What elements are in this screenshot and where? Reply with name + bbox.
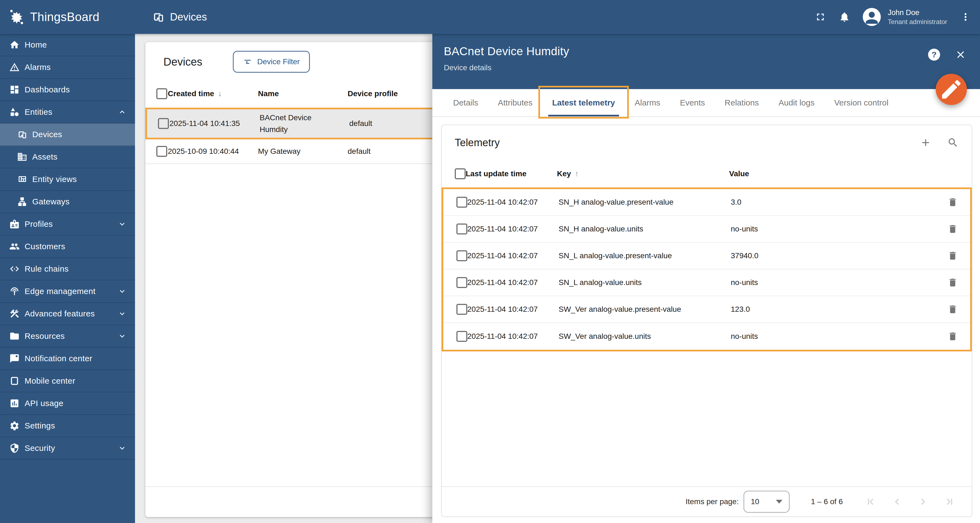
tab-audit-logs[interactable]: Audit logs bbox=[769, 89, 824, 116]
row-checkbox[interactable] bbox=[158, 118, 169, 129]
page-size-select[interactable]: 10 bbox=[744, 491, 789, 513]
delete-telemetry-button[interactable] bbox=[948, 304, 958, 315]
sidebar-item-label: Alarms bbox=[25, 63, 51, 72]
telemetry-row[interactable]: 2025-11-04 10:42:07SN_H analog-value.uni… bbox=[443, 216, 970, 243]
row-checkbox[interactable] bbox=[156, 146, 167, 157]
column-key[interactable]: Key↑ bbox=[557, 169, 729, 178]
drawer-header: BACnet Device Humdity Device details ? bbox=[432, 34, 980, 89]
tab-alarms[interactable]: Alarms bbox=[625, 89, 670, 116]
close-icon[interactable] bbox=[955, 49, 966, 60]
sidebar-item-entity-views[interactable]: Entity views bbox=[0, 169, 135, 191]
sidebar-item-edge-management[interactable]: Edge management bbox=[0, 280, 135, 303]
first-page-icon[interactable] bbox=[865, 496, 877, 508]
telemetry-table-header: Last update time Key↑ Value bbox=[442, 160, 972, 188]
pagination-range: 1 – 6 of 6 bbox=[811, 497, 843, 506]
tab-details[interactable]: Details bbox=[443, 89, 488, 116]
cell-key: SN_L analog-value.units bbox=[558, 278, 731, 287]
delete-telemetry-button[interactable] bbox=[948, 197, 958, 207]
column-last-update-time[interactable]: Last update time bbox=[466, 169, 557, 178]
cell-value: 3.0 bbox=[731, 198, 935, 207]
delete-telemetry-button[interactable] bbox=[948, 277, 958, 288]
kebab-menu-icon[interactable] bbox=[960, 11, 971, 23]
sidebar-item-assets[interactable]: Assets bbox=[0, 146, 135, 169]
delete-telemetry-button[interactable] bbox=[948, 224, 958, 234]
column-name[interactable]: Name bbox=[258, 88, 348, 99]
sort-desc-icon: ↓ bbox=[218, 89, 222, 98]
sidebar-item-profiles[interactable]: Profiles bbox=[0, 213, 135, 235]
select-all-checkbox[interactable] bbox=[156, 88, 167, 99]
avatar[interactable] bbox=[863, 8, 881, 26]
fullscreen-icon[interactable] bbox=[815, 11, 826, 23]
row-checkbox[interactable] bbox=[457, 304, 467, 315]
tab-relations[interactable]: Relations bbox=[715, 89, 769, 116]
trash-icon bbox=[948, 197, 958, 207]
trash-icon bbox=[948, 251, 958, 261]
sidebar-item-rule-chains[interactable]: Rule chains bbox=[0, 258, 135, 280]
sidebar-item-label: Settings bbox=[25, 421, 55, 430]
sidebar-item-api-usage[interactable]: API usage bbox=[0, 393, 135, 415]
sidebar-item-label: Dashboards bbox=[25, 85, 70, 94]
sidebar-item-alarms[interactable]: Alarms bbox=[0, 56, 135, 79]
tab-label: Audit logs bbox=[779, 98, 815, 107]
sidebar-item-settings[interactable]: Settings bbox=[0, 415, 135, 437]
user-info[interactable]: John Doe Tenant administrator bbox=[888, 8, 947, 26]
sidebar-item-dashboards[interactable]: Dashboards bbox=[0, 79, 135, 101]
telemetry-row[interactable]: 2025-11-04 10:42:07SW_Ver analog-value.u… bbox=[443, 323, 970, 350]
notifications-bell-icon[interactable] bbox=[839, 11, 850, 23]
profiles-badge-icon bbox=[9, 219, 20, 229]
sidebar-item-gateways[interactable]: Gateways bbox=[0, 191, 135, 213]
column-value[interactable]: Value bbox=[729, 169, 937, 178]
cell-name: My Gateway bbox=[258, 145, 348, 157]
sidebar-item-devices[interactable]: Devices bbox=[0, 124, 135, 146]
cell-last-update-time: 2025-11-04 10:42:07 bbox=[467, 305, 558, 314]
sidebar-item-label: Security bbox=[25, 444, 55, 453]
row-checkbox[interactable] bbox=[457, 197, 467, 208]
tab-version-control[interactable]: Version control bbox=[824, 89, 898, 116]
sidebar-item-advanced-features[interactable]: Advanced features bbox=[0, 303, 135, 325]
delete-telemetry-button[interactable] bbox=[948, 331, 958, 342]
telemetry-card: Telemetry Last update time Key↑ Value 20… bbox=[441, 125, 972, 517]
sidebar-item-notification-center[interactable]: Notification center bbox=[0, 348, 135, 370]
search-icon[interactable] bbox=[947, 137, 959, 148]
tab-attributes[interactable]: Attributes bbox=[488, 89, 542, 116]
sidebar-item-mobile-center[interactable]: Mobile center bbox=[0, 370, 135, 393]
telemetry-row[interactable]: 2025-11-04 10:42:07SN_L analog-value.pre… bbox=[443, 243, 970, 269]
device-filter-label: Device Filter bbox=[257, 57, 300, 66]
row-checkbox[interactable] bbox=[457, 224, 467, 234]
sidebar-item-customers[interactable]: Customers bbox=[0, 235, 135, 258]
mobile-icon bbox=[9, 376, 20, 386]
tab-label: Relations bbox=[725, 98, 759, 107]
cell-value: 37940.0 bbox=[731, 251, 935, 260]
sidebar-item-security[interactable]: Security bbox=[0, 437, 135, 459]
telemetry-row[interactable]: 2025-11-04 10:42:07SN_L analog-value.uni… bbox=[443, 269, 970, 296]
sidebar-item-home[interactable]: Home bbox=[0, 34, 135, 56]
select-all-telemetry-checkbox[interactable] bbox=[455, 169, 466, 179]
previous-page-icon[interactable] bbox=[891, 496, 903, 508]
cell-last-update-time: 2025-11-04 10:42:07 bbox=[467, 278, 558, 287]
sidebar-item-entities[interactable]: Entities bbox=[0, 101, 135, 124]
sidebar-item-resources[interactable]: Resources bbox=[0, 325, 135, 348]
entity-views-icon bbox=[17, 174, 27, 184]
drawer-subtitle: Device details bbox=[444, 64, 980, 72]
add-telemetry-icon[interactable] bbox=[920, 137, 931, 148]
delete-telemetry-button[interactable] bbox=[948, 251, 958, 261]
help-icon[interactable]: ? bbox=[928, 49, 940, 60]
row-checkbox[interactable] bbox=[457, 331, 467, 342]
brand[interactable]: ThingsBoard bbox=[8, 8, 130, 25]
trash-icon bbox=[948, 304, 958, 315]
tab-latest-telemetry[interactable]: Latest telemetry bbox=[542, 89, 625, 116]
tab-label: Version control bbox=[834, 98, 888, 107]
sidebar-item-label: Advanced features bbox=[25, 309, 95, 318]
edit-fab-button[interactable] bbox=[936, 74, 967, 105]
row-checkbox[interactable] bbox=[457, 250, 467, 261]
next-page-icon[interactable] bbox=[917, 496, 929, 508]
tab-events[interactable]: Events bbox=[670, 89, 715, 116]
cell-key: SN_L analog-value.present-value bbox=[558, 251, 731, 260]
device-filter-button[interactable]: Device Filter bbox=[233, 51, 310, 73]
column-created-time[interactable]: Created time↓ bbox=[168, 89, 258, 98]
last-page-icon[interactable] bbox=[943, 496, 955, 508]
row-checkbox[interactable] bbox=[457, 277, 467, 288]
tab-label: Details bbox=[453, 98, 478, 107]
telemetry-row[interactable]: 2025-11-04 10:42:07SN_H analog-value.pre… bbox=[443, 189, 970, 216]
telemetry-row[interactable]: 2025-11-04 10:42:07SW_Ver analog-value.p… bbox=[443, 296, 970, 323]
